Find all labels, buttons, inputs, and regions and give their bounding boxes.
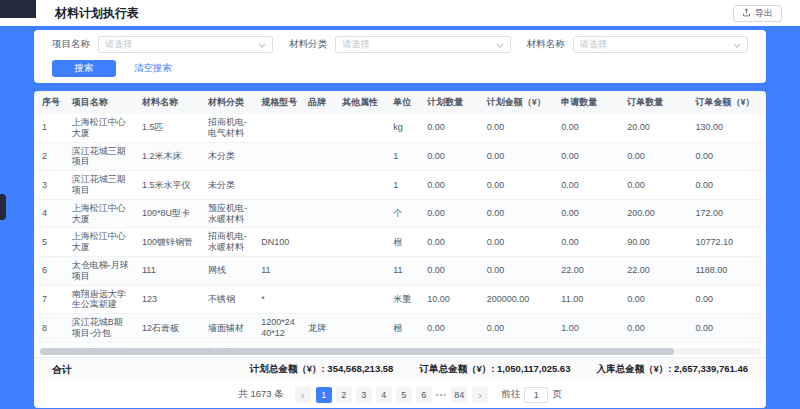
summary-total: 计划总金额（¥）: 354,568,213.58	[250, 363, 394, 376]
table-cell	[336, 171, 387, 200]
export-button[interactable]: 导出	[733, 5, 782, 22]
table-body: 1上海松江中心大厦1.5匹招商机电-电气材料kg0.000.000.0020.0…	[36, 114, 764, 347]
table-cell: 滨江花城B期项目-分包	[66, 314, 136, 343]
table-cell: 预应机电-水暖材料	[202, 199, 255, 228]
summary-total-value: 354,568,213.58	[327, 363, 393, 374]
table-cell: 1	[387, 171, 421, 200]
table-cell: 上海松江中心大厦	[66, 114, 136, 142]
material-name-select[interactable]: 请选择	[573, 36, 748, 53]
table-cell: 1	[387, 142, 421, 171]
column-header: 项目名称	[66, 91, 136, 114]
table-cell: 111	[136, 256, 202, 285]
table-cell: 上海松江中心大厦	[66, 199, 136, 228]
page-title: 材料计划执行表	[55, 5, 139, 22]
table-cell	[336, 314, 387, 343]
table-cell: 滨江花城三期项目	[66, 171, 136, 200]
table-cell	[302, 342, 336, 347]
summary-totals: 计划总金额（¥）: 354,568,213.58订单总金额（¥）: 1,050,…	[250, 363, 748, 376]
table-cell: 0.00	[555, 228, 621, 257]
results-table-card: 序号项目名称材料名称材料分类规格型号品牌其他属性单位计划数量计划金额（¥）申请数…	[34, 91, 766, 408]
table-row[interactable]: 9上海松江中心大厦150*10U型卡招商机电-水暖材料个0.000.000.00…	[36, 342, 764, 347]
table-cell: 滨江花城三期项目	[66, 142, 136, 171]
horizontal-scrollbar-track[interactable]	[40, 348, 760, 355]
table-cell: DN100	[255, 228, 302, 257]
table-cell: 1.5米水平仪	[136, 171, 202, 200]
table-cell: kg	[387, 114, 421, 142]
page-buttons: 123456•••84	[316, 387, 467, 403]
table-cell: 0.00	[621, 171, 689, 200]
table-cell: 130.00	[689, 114, 764, 142]
table-cell: 招商机电-水暖材料	[202, 342, 255, 347]
table-row[interactable]: 7南翔唐远大学生公寓新建123不锈钢*米重10.00200000.0011.00…	[36, 285, 764, 314]
table-cell: 22.00	[555, 256, 621, 285]
search-button[interactable]: 搜索	[52, 60, 116, 77]
table-row[interactable]: 4上海松江中心大厦100*8U型卡预应机电-水暖材料个0.000.000.002…	[36, 199, 764, 228]
table-cell	[336, 142, 387, 171]
sidebar-handle[interactable]	[0, 194, 6, 220]
table-cell: 5	[36, 228, 66, 257]
goto-suffix: 页	[552, 388, 562, 401]
pagination-next-icon[interactable]: ›	[472, 387, 488, 403]
filter-label: 材料分类	[289, 38, 327, 51]
page-button-6[interactable]: 6	[416, 387, 432, 403]
total-count: 共 1673 条	[238, 388, 283, 401]
export-icon	[742, 8, 751, 19]
select-placeholder: 请选择	[105, 38, 258, 51]
table-cell: 0.00	[555, 142, 621, 171]
table-cell: 招商机电-水暖材料	[202, 228, 255, 257]
table-row[interactable]: 2滨江花城三期项目1.2米木床木分类10.000.000.000.000.00	[36, 142, 764, 171]
table-cell: 木分类	[202, 142, 255, 171]
table-cell	[336, 199, 387, 228]
pagination-bar: 共 1673 条 ‹ 123456•••84 › 前往 页	[34, 381, 766, 408]
summary-total-label: 入库总金额（¥）:	[596, 363, 674, 374]
table-cell	[302, 171, 336, 200]
table-cell	[255, 342, 302, 347]
page-button-3[interactable]: 3	[356, 387, 372, 403]
table-cell: 根	[387, 314, 421, 343]
page-button-4[interactable]: 4	[376, 387, 392, 403]
table-cell: 0.00	[689, 142, 764, 171]
column-header: 材料名称	[136, 91, 202, 114]
table-row[interactable]: 5上海松江中心大厦100镀锌钢管招商机电-水暖材料DN100根0.000.000…	[36, 228, 764, 257]
table-row[interactable]: 3滨江花城三期项目1.5米水平仪未分类10.000.000.000.000.00	[36, 171, 764, 200]
table-cell: 未分类	[202, 171, 255, 200]
table-cell: 不锈钢	[202, 285, 255, 314]
table-cell	[302, 199, 336, 228]
page-button-5[interactable]: 5	[396, 387, 412, 403]
table-cell: 网线	[202, 256, 255, 285]
table-scroll-area[interactable]: 序号项目名称材料名称材料分类规格型号品牌其他属性单位计划数量计划金额（¥）申请数…	[34, 91, 766, 347]
goto-page-input[interactable]	[524, 387, 548, 403]
material-category-select[interactable]: 请选择	[335, 36, 510, 53]
table-cell: 10772.10	[689, 228, 764, 257]
column-header: 订单数量	[621, 91, 689, 114]
table-cell: 1200*2440*12	[255, 314, 302, 343]
project-name-select[interactable]: 请选择	[98, 36, 273, 53]
table-cell: 6	[36, 256, 66, 285]
summary-row: 合计 计划总金额（¥）: 354,568,213.58订单总金额（¥）: 1,0…	[34, 357, 766, 381]
table-row[interactable]: 6太仓电梯-月球项目111网线11110.000.0022.0022.00118…	[36, 256, 764, 285]
table-cell: 0.00	[421, 199, 481, 228]
horizontal-scrollbar-thumb[interactable]	[40, 348, 674, 355]
table-cell	[302, 256, 336, 285]
page-button-2[interactable]: 2	[336, 387, 352, 403]
export-button-label: 导出	[755, 7, 773, 20]
table-cell: 0.00	[481, 171, 556, 200]
table-cell: 11	[387, 256, 421, 285]
table-cell: 0.00	[481, 142, 556, 171]
summary-total-label: 订单总金额（¥）:	[419, 363, 497, 374]
page-button-84[interactable]: 84	[451, 387, 467, 403]
table-cell: 200.00	[621, 199, 689, 228]
table-cell: 80.00	[621, 342, 689, 347]
table-header-row: 序号项目名称材料名称材料分类规格型号品牌其他属性单位计划数量计划金额（¥）申请数…	[36, 91, 764, 114]
table-row[interactable]: 8滨江花城B期项目-分包12石膏板墙面辅材1200*2440*12龙牌根0.00…	[36, 314, 764, 343]
column-header: 品牌	[302, 91, 336, 114]
table-row[interactable]: 1上海松江中心大厦1.5匹招商机电-电气材料kg0.000.000.0020.0…	[36, 114, 764, 142]
table-cell: 2	[36, 142, 66, 171]
table-cell: 150*10U型卡	[136, 342, 202, 347]
column-header: 材料分类	[202, 91, 255, 114]
summary-total-value: 1,050,117,025.63	[497, 363, 570, 374]
page-button-1[interactable]: 1	[316, 387, 332, 403]
clear-search-button[interactable]: 清空搜索	[134, 62, 172, 75]
table-cell	[336, 256, 387, 285]
pagination-prev-icon[interactable]: ‹	[295, 387, 311, 403]
